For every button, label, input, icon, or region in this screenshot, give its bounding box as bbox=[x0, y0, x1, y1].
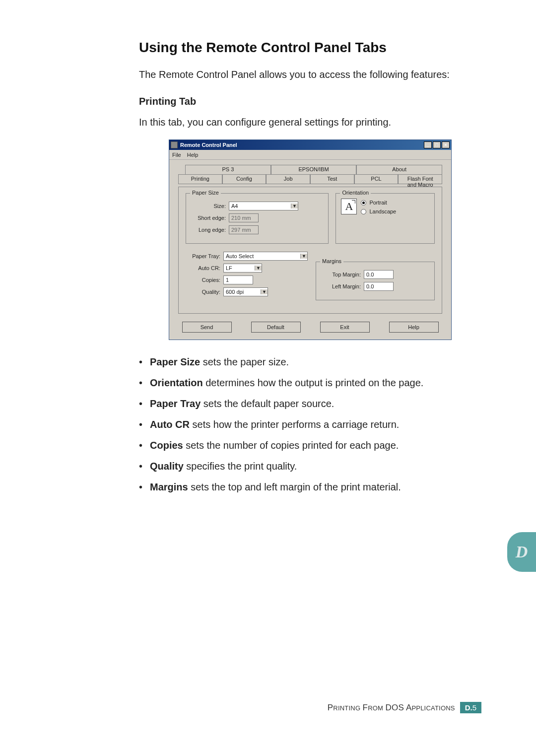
left-margin-field[interactable]: 0.0 bbox=[364, 282, 394, 291]
tab-job[interactable]: Job bbox=[266, 174, 310, 184]
page-number-box: D.5 bbox=[460, 702, 481, 713]
radio-dot-icon bbox=[361, 209, 366, 214]
section-side-tab: D bbox=[507, 532, 536, 572]
help-button[interactable]: Help bbox=[389, 322, 439, 333]
feature-list: Paper Size sets the paper size. Orientat… bbox=[139, 355, 481, 494]
page-footer: PRINTING FROM DOS APPLICATIONS D.5 bbox=[328, 702, 481, 713]
paper-tray-dropdown[interactable]: Auto Select ▼ bbox=[223, 252, 308, 261]
menu-help[interactable]: Help bbox=[187, 152, 199, 158]
list-item: Margins sets the top and left margin of … bbox=[139, 480, 481, 494]
list-item: Copies sets the number of copies printed… bbox=[139, 438, 481, 452]
tab-ps3[interactable]: PS 3 bbox=[185, 165, 271, 175]
subsection-heading: Printing Tab bbox=[139, 96, 481, 107]
orientation-icon: A bbox=[341, 199, 357, 214]
subsection-intro: In this tab, you can configure general s… bbox=[139, 115, 481, 130]
size-dropdown[interactable]: A4 ▼ bbox=[229, 202, 298, 210]
paper-tray-value: Auto Select bbox=[226, 253, 254, 259]
chevron-down-icon: ▼ bbox=[261, 289, 268, 294]
list-item: Paper Size sets the paper size. bbox=[139, 355, 481, 369]
tab-content-printing: Paper Size Size: A4 ▼ Short edge: 210 mm bbox=[178, 187, 442, 314]
section-heading: Using the Remote Control Panel Tabs bbox=[139, 40, 481, 56]
dialog-window: Remote Control Panel _ □ × File Help PS … bbox=[169, 139, 452, 340]
radio-landscape[interactable]: Landscape bbox=[361, 208, 396, 214]
radio-dot-icon bbox=[361, 200, 366, 206]
auto-cr-label: Auto CR: bbox=[186, 265, 220, 271]
close-button[interactable]: × bbox=[442, 141, 450, 148]
tab-test[interactable]: Test bbox=[310, 174, 354, 184]
copies-field[interactable]: 1 bbox=[223, 275, 253, 284]
paper-size-group: Paper Size Size: A4 ▼ Short edge: 210 mm bbox=[186, 193, 329, 244]
default-button[interactable]: Default bbox=[251, 322, 301, 333]
paper-tray-label: Paper Tray: bbox=[186, 253, 220, 259]
auto-cr-value: LF bbox=[226, 265, 232, 271]
minimize-button[interactable]: _ bbox=[424, 141, 432, 148]
send-button[interactable]: Send bbox=[182, 322, 232, 333]
footer-text: PRINTING FROM DOS APPLICATIONS bbox=[328, 703, 455, 713]
quality-value: 600 dpi bbox=[226, 289, 244, 295]
chevron-down-icon: ▼ bbox=[255, 266, 262, 271]
radio-portrait[interactable]: Portrait bbox=[361, 200, 396, 206]
chevron-down-icon: ▼ bbox=[291, 204, 298, 208]
orientation-legend: Orientation bbox=[340, 190, 371, 196]
size-value: A4 bbox=[231, 203, 238, 209]
list-item: Paper Tray sets the default paper source… bbox=[139, 397, 481, 411]
list-item: Orientation determines how the output is… bbox=[139, 376, 481, 390]
auto-cr-dropdown[interactable]: LF ▼ bbox=[223, 264, 262, 273]
copies-label: Copies: bbox=[186, 277, 220, 283]
top-margin-field[interactable]: 0.0 bbox=[364, 270, 394, 279]
tab-strip: PS 3 EPSON/IBM About Printing Config Job… bbox=[178, 165, 442, 184]
tab-about[interactable]: About bbox=[356, 165, 442, 175]
orientation-group: Orientation A Portrait Landscape bbox=[335, 193, 435, 244]
app-icon bbox=[171, 141, 178, 148]
tab-flash-font-macro[interactable]: Flash Font and Macro bbox=[398, 174, 442, 184]
window-title: Remote Control Panel bbox=[180, 142, 424, 148]
short-edge-label: Short edge: bbox=[191, 215, 226, 221]
tab-epson-ibm[interactable]: EPSON/IBM bbox=[271, 165, 357, 175]
long-edge-label: Long edge: bbox=[191, 227, 226, 233]
long-edge-field: 297 mm bbox=[229, 225, 259, 234]
tab-config[interactable]: Config bbox=[222, 174, 267, 184]
left-margin-label: Left Margin: bbox=[321, 283, 361, 289]
margins-group: Margins Top Margin: 0.0 Left Margin: 0.0 bbox=[316, 262, 435, 300]
menu-bar: File Help bbox=[169, 150, 451, 160]
short-edge-field: 210 mm bbox=[229, 213, 259, 222]
quality-label: Quality: bbox=[186, 289, 220, 295]
title-bar: Remote Control Panel _ □ × bbox=[169, 140, 451, 150]
exit-button[interactable]: Exit bbox=[320, 322, 370, 333]
size-label: Size: bbox=[191, 203, 226, 209]
top-margin-label: Top Margin: bbox=[321, 272, 361, 277]
portrait-label: Portrait bbox=[369, 200, 387, 206]
margins-legend: Margins bbox=[320, 258, 343, 264]
quality-dropdown[interactable]: 600 dpi ▼ bbox=[223, 287, 268, 296]
menu-file[interactable]: File bbox=[172, 152, 181, 158]
tab-pcl[interactable]: PCL bbox=[354, 174, 399, 184]
intro-paragraph: The Remote Control Panel allows you to a… bbox=[139, 68, 481, 82]
tab-printing[interactable]: Printing bbox=[178, 174, 222, 184]
restore-button[interactable]: □ bbox=[433, 141, 441, 148]
landscape-label: Landscape bbox=[369, 208, 396, 214]
chevron-down-icon: ▼ bbox=[300, 254, 307, 259]
list-item: Auto CR sets how the printer performs a … bbox=[139, 417, 481, 431]
list-item: Quality specifies the print quality. bbox=[139, 459, 481, 473]
paper-size-legend: Paper Size bbox=[190, 190, 221, 196]
